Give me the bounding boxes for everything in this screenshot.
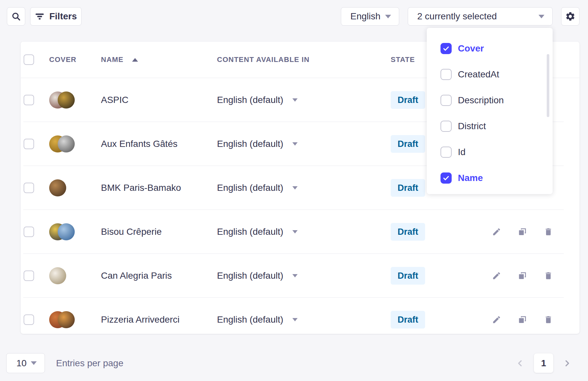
edit-button[interactable] xyxy=(492,227,501,237)
column-option-label: Description xyxy=(458,95,504,106)
trash-icon xyxy=(544,227,553,236)
select-all-checkbox[interactable] xyxy=(24,54,34,65)
chevron-down-icon xyxy=(292,274,298,277)
checkbox xyxy=(441,147,452,158)
row-checkbox[interactable] xyxy=(24,183,34,193)
filter-icon xyxy=(35,11,45,21)
delete-button[interactable] xyxy=(543,271,553,281)
duplicate-icon xyxy=(518,315,527,324)
gear-icon xyxy=(565,11,576,22)
column-option-label: CreatedAt xyxy=(458,69,499,80)
previous-page-button[interactable] xyxy=(516,359,524,367)
status-badge: Draft xyxy=(391,267,425,285)
filters-label: Filters xyxy=(49,11,77,22)
row-checkbox[interactable] xyxy=(24,139,34,149)
column-option-name[interactable]: Name xyxy=(427,171,553,185)
checkbox xyxy=(441,43,452,54)
pencil-icon xyxy=(492,227,501,236)
locale-cell[interactable]: English (default) xyxy=(214,183,388,193)
check-icon xyxy=(442,174,450,182)
chevron-left-icon xyxy=(516,359,524,367)
column-option-description[interactable]: Description xyxy=(427,93,553,108)
duplicate-button[interactable] xyxy=(518,315,527,325)
cover-cell xyxy=(46,91,98,109)
page-1-button[interactable]: 1 xyxy=(534,353,553,373)
column-option-cover[interactable]: Cover xyxy=(427,41,553,56)
column-option-id[interactable]: Id xyxy=(427,145,553,159)
status-badge: Draft xyxy=(391,179,425,197)
sort-ascending-icon xyxy=(132,58,138,62)
cover-cell xyxy=(46,179,98,196)
checkbox xyxy=(441,69,452,80)
footer: 10 Entries per page 1 xyxy=(0,353,588,373)
entry-name: ASPIC xyxy=(98,95,214,105)
cover-cell xyxy=(46,223,98,240)
delete-button[interactable] xyxy=(543,315,553,325)
cover-avatar xyxy=(58,91,75,109)
page-size-select[interactable]: 10 xyxy=(6,353,45,373)
status-badge: Draft xyxy=(391,135,425,153)
table-row: Bisou Crêperie English (default) Draft xyxy=(21,210,579,254)
column-option-label: Id xyxy=(458,147,465,157)
row-checkbox[interactable] xyxy=(24,227,34,237)
locale-cell[interactable]: English (default) xyxy=(214,271,388,281)
locale-cell[interactable]: English (default) xyxy=(214,227,388,237)
next-page-button[interactable] xyxy=(563,359,571,367)
chevron-down-icon xyxy=(385,15,391,18)
column-header-name[interactable]: NAME xyxy=(98,55,214,64)
chevron-down-icon xyxy=(292,142,298,146)
duplicate-icon xyxy=(518,271,527,280)
settings-button[interactable] xyxy=(561,7,579,26)
status-badge: Draft xyxy=(391,223,425,241)
entry-name: Can Alegria Paris xyxy=(98,271,214,281)
locale-select[interactable]: English xyxy=(341,7,399,26)
chevron-right-icon xyxy=(563,359,571,367)
entry-name: Bisou Crêperie xyxy=(98,227,214,237)
row-actions xyxy=(489,271,579,281)
delete-button[interactable] xyxy=(543,227,553,237)
locale-cell[interactable]: English (default) xyxy=(214,139,388,149)
chevron-down-icon xyxy=(292,98,298,102)
trash-icon xyxy=(544,271,553,280)
cover-avatar xyxy=(49,179,66,196)
column-option-label: District xyxy=(458,121,486,131)
duplicate-button[interactable] xyxy=(518,227,527,237)
search-button[interactable] xyxy=(7,7,25,26)
cover-avatar xyxy=(49,267,66,284)
pencil-icon xyxy=(492,271,501,280)
page-size-value: 10 xyxy=(16,358,27,369)
column-option-district[interactable]: District xyxy=(427,119,553,133)
checkbox xyxy=(441,95,452,106)
columns-select-value: 2 currently selected xyxy=(417,11,497,22)
cover-cell xyxy=(46,135,98,152)
row-checkbox[interactable] xyxy=(24,95,34,105)
cover-avatar xyxy=(58,311,75,328)
edit-button[interactable] xyxy=(492,315,501,325)
chevron-down-icon xyxy=(292,318,298,321)
chevron-down-icon xyxy=(31,361,37,365)
locale-cell[interactable]: English (default) xyxy=(214,314,388,325)
search-icon xyxy=(11,11,21,21)
filters-button[interactable]: Filters xyxy=(30,7,82,26)
chevron-down-icon xyxy=(292,186,298,190)
duplicate-button[interactable] xyxy=(518,271,527,281)
columns-select[interactable]: 2 currently selected xyxy=(408,7,553,26)
row-actions xyxy=(489,315,579,325)
column-option-createdat[interactable]: CreatedAt xyxy=(427,67,553,82)
status-badge: Draft xyxy=(391,91,425,109)
check-icon xyxy=(442,45,450,52)
locale-cell[interactable]: English (default) xyxy=(214,95,388,105)
edit-button[interactable] xyxy=(492,271,501,281)
checkbox xyxy=(441,121,452,132)
cover-cell xyxy=(46,267,98,284)
row-checkbox[interactable] xyxy=(24,314,34,325)
locale-select-value: English xyxy=(350,11,381,22)
scrollbar-thumb[interactable] xyxy=(547,54,549,117)
column-header-cover: COVER xyxy=(46,55,98,64)
chevron-down-icon xyxy=(539,15,544,18)
cover-avatar xyxy=(58,135,75,152)
row-checkbox[interactable] xyxy=(24,271,34,281)
entry-name: BMK Paris-Bamako xyxy=(98,183,214,193)
chevron-down-icon xyxy=(292,230,298,233)
status-badge: Draft xyxy=(391,311,425,329)
